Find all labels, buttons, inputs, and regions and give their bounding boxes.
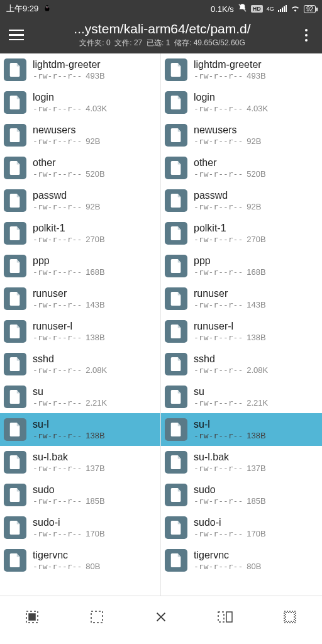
file-icon (165, 516, 187, 539)
file-name: sudo-i (33, 517, 155, 528)
wifi-icon (291, 4, 300, 14)
file-icon (165, 451, 187, 474)
file-pane-left[interactable]: lightdm-greeter-rw-r--r--493Blogin-rw-r-… (0, 53, 161, 596)
file-name: polkit-1 (33, 223, 155, 234)
file-meta: -rw-r--r--170B (33, 529, 155, 538)
file-row[interactable]: sshd-rw-r--r--2.08K (0, 348, 160, 380)
file-icon (4, 255, 26, 277)
svg-rect-3 (278, 10, 279, 12)
file-row[interactable]: sshd-rw-r--r--2.08K (161, 348, 322, 380)
file-name: runuser-l (194, 321, 317, 332)
file-icon (4, 124, 26, 147)
file-meta: -rw-r--r--185B (33, 496, 155, 506)
file-row[interactable]: passwd-rw-r--r--92B (161, 184, 322, 217)
file-name: ppp (194, 255, 317, 267)
file-row[interactable]: ppp-rw-r--r--168B (161, 250, 322, 282)
file-row[interactable]: passwd-rw-r--r--92B (0, 184, 160, 217)
file-row[interactable]: newusers-rw-r--r--92B (0, 119, 160, 152)
file-row[interactable]: runuser-l-rw-r--r--138B (0, 315, 160, 348)
file-name: other (194, 157, 317, 169)
file-row[interactable]: runuser-rw-r--r--143B (161, 282, 322, 315)
file-row[interactable]: other-rw-r--r--520B (0, 152, 160, 184)
file-row[interactable]: login-rw-r--r--4.03K (0, 86, 160, 119)
file-row[interactable]: polkit-1-rw-r--r--270B (161, 217, 322, 250)
file-icon (165, 124, 187, 147)
bell-muted-icon (238, 3, 247, 14)
file-row[interactable]: newusers-rw-r--r--92B (161, 119, 322, 152)
file-meta: -rw-r--r--168B (194, 267, 317, 277)
bottom-toolbar (0, 596, 322, 637)
menu-button[interactable] (6, 25, 28, 46)
signal-4g: 4G (267, 6, 274, 12)
path-title[interactable]: ...ystem/kali-arm64/etc/pam.d/ (28, 21, 297, 36)
file-name: sshd (194, 353, 317, 365)
file-meta: -rw-r--r--185B (194, 496, 317, 506)
more-button[interactable] (297, 29, 316, 42)
file-icon (4, 189, 26, 212)
file-meta: -rw-r--r--168B (33, 267, 155, 277)
file-name: newusers (194, 125, 317, 136)
file-name: ppp (33, 255, 155, 267)
file-name: sudo (194, 484, 317, 496)
file-row[interactable]: ppp-rw-r--r--168B (0, 250, 160, 282)
file-row[interactable]: lightdm-greeter-rw-r--r--493B (161, 53, 322, 86)
file-icon (4, 353, 26, 375)
file-icon (4, 451, 26, 474)
file-name: tigervnc (194, 550, 317, 561)
file-row[interactable]: su-l.bak-rw-r--r--137B (161, 446, 322, 479)
select-all-button[interactable] (13, 604, 51, 630)
file-meta: -rw-r--r--170B (194, 529, 317, 538)
file-name: su-l.bak (194, 452, 317, 463)
file-row[interactable]: tigervnc-rw-r--r--80B (161, 544, 322, 577)
select-none-button[interactable] (78, 604, 116, 630)
file-meta: -rw-r--r--2.21K (33, 398, 155, 408)
file-meta: -rw-r--r--92B (33, 202, 155, 211)
file-row[interactable]: su-l-rw-r--r--138B (0, 413, 160, 446)
file-meta: -rw-r--r--4.03K (194, 104, 317, 113)
file-icon (4, 320, 26, 343)
app-header: ...ystem/kali-arm64/etc/pam.d/ 文件夹: 0 文件… (0, 18, 322, 53)
status-time: 上午9:29 (6, 3, 38, 14)
file-row[interactable]: polkit-1-rw-r--r--270B (0, 217, 160, 250)
file-name: runuser (33, 288, 155, 299)
file-icon (165, 418, 187, 441)
close-button[interactable] (142, 604, 180, 630)
svg-rect-6 (284, 6, 285, 12)
file-row[interactable]: runuser-l-rw-r--r--138B (161, 315, 322, 348)
file-row[interactable]: su-rw-r--r--2.21K (0, 380, 160, 413)
file-row[interactable]: su-l.bak-rw-r--r--137B (0, 446, 160, 479)
svg-rect-10 (91, 611, 103, 623)
swap-panes-button[interactable] (206, 604, 244, 630)
file-name: polkit-1 (194, 223, 317, 234)
file-icon (4, 157, 26, 179)
file-name: runuser-l (33, 321, 155, 332)
file-row[interactable]: sudo-i-rw-r--r--170B (161, 511, 322, 544)
invert-selection-button[interactable] (271, 604, 309, 630)
file-row[interactable]: tigervnc-rw-r--r--80B (0, 544, 160, 577)
file-row[interactable]: sudo-i-rw-r--r--170B (0, 511, 160, 544)
file-pane-right[interactable]: lightdm-greeter-rw-r--r--493Blogin-rw-r-… (161, 53, 322, 596)
file-meta: -rw-r--r--92B (194, 136, 317, 146)
file-row[interactable]: other-rw-r--r--520B (161, 152, 322, 184)
file-row[interactable]: runuser-rw-r--r--143B (0, 282, 160, 315)
status-bar: 上午9:29 0.1K/s HD 4G 92 (0, 0, 322, 18)
file-row[interactable]: login-rw-r--r--4.03K (161, 86, 322, 119)
file-meta: -rw-r--r--2.08K (194, 365, 317, 375)
file-icon (165, 287, 187, 310)
file-meta: -rw-r--r--80B (33, 562, 155, 571)
file-row[interactable]: su-rw-r--r--2.21K (161, 380, 322, 413)
file-meta: -rw-r--r--143B (194, 300, 317, 309)
file-row[interactable]: lightdm-greeter-rw-r--r--493B (0, 53, 160, 86)
svg-rect-5 (282, 8, 283, 12)
svg-rect-4 (280, 9, 281, 12)
file-name: lightdm-greeter (194, 59, 317, 70)
file-row[interactable]: sudo-rw-r--r--185B (161, 479, 322, 511)
file-row[interactable]: sudo-rw-r--r--185B (0, 479, 160, 511)
svg-rect-16 (286, 613, 294, 621)
file-row[interactable]: su-l-rw-r--r--138B (161, 413, 322, 446)
status-netspeed: 0.1K/s (211, 4, 234, 14)
file-meta: -rw-r--r--520B (194, 169, 317, 179)
file-icon (4, 418, 26, 441)
file-icon (4, 484, 26, 506)
file-name: login (33, 92, 155, 103)
